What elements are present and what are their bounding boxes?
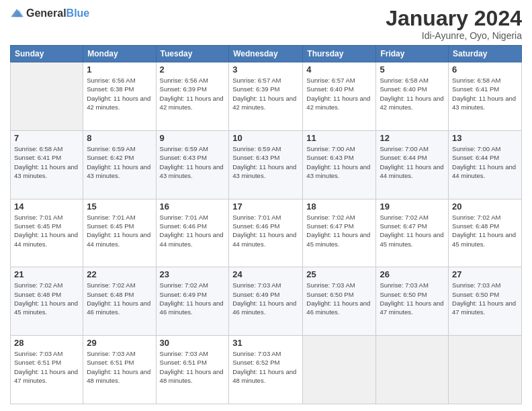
day-cell: 31Sunrise: 7:03 AM Sunset: 6:52 PM Dayli… xyxy=(229,336,303,404)
day-info: Sunrise: 7:02 AM Sunset: 6:48 PM Dayligh… xyxy=(87,281,152,316)
day-cell: 10Sunrise: 6:59 AM Sunset: 6:43 PM Dayli… xyxy=(229,130,303,199)
day-number: 6 xyxy=(452,64,518,75)
day-cell: 4Sunrise: 6:57 AM Sunset: 6:40 PM Daylig… xyxy=(303,62,376,131)
day-cell: 5Sunrise: 6:58 AM Sunset: 6:40 PM Daylig… xyxy=(376,62,449,131)
day-number: 16 xyxy=(160,201,226,212)
day-number: 4 xyxy=(306,64,372,75)
day-info: Sunrise: 6:56 AM Sunset: 6:39 PM Dayligh… xyxy=(160,76,226,111)
day-info: Sunrise: 7:02 AM Sunset: 6:49 PM Dayligh… xyxy=(160,281,226,316)
day-cell: 23Sunrise: 7:02 AM Sunset: 6:49 PM Dayli… xyxy=(156,267,229,336)
day-number: 30 xyxy=(160,338,226,348)
day-info: Sunrise: 6:58 AM Sunset: 6:41 PM Dayligh… xyxy=(14,144,79,180)
day-number: 21 xyxy=(14,269,79,279)
day-cell: 8Sunrise: 6:59 AM Sunset: 6:42 PM Daylig… xyxy=(83,130,156,199)
col-header-friday: Friday xyxy=(376,46,449,62)
day-cell xyxy=(376,336,449,404)
week-row-3: 14Sunrise: 7:01 AM Sunset: 6:45 PM Dayli… xyxy=(11,199,522,267)
day-cell: 27Sunrise: 7:03 AM Sunset: 6:50 PM Dayli… xyxy=(449,267,522,336)
day-info: Sunrise: 7:00 AM Sunset: 6:43 PM Dayligh… xyxy=(306,144,372,180)
day-cell: 15Sunrise: 7:01 AM Sunset: 6:45 PM Dayli… xyxy=(83,199,156,267)
day-info: Sunrise: 7:01 AM Sunset: 6:45 PM Dayligh… xyxy=(14,213,79,248)
day-info: Sunrise: 7:02 AM Sunset: 6:48 PM Dayligh… xyxy=(14,281,79,316)
day-cell: 25Sunrise: 7:03 AM Sunset: 6:50 PM Dayli… xyxy=(303,267,376,336)
day-number: 8 xyxy=(87,133,152,143)
day-number: 2 xyxy=(160,64,226,75)
logo-icon xyxy=(10,7,24,20)
day-number: 14 xyxy=(14,201,79,212)
week-row-1: 1Sunrise: 6:56 AM Sunset: 6:38 PM Daylig… xyxy=(11,62,522,131)
col-header-monday: Monday xyxy=(83,46,156,62)
day-info: Sunrise: 7:02 AM Sunset: 6:47 PM Dayligh… xyxy=(380,213,445,248)
logo-text: GeneralBlue xyxy=(26,7,89,19)
day-number: 29 xyxy=(87,338,152,348)
day-info: Sunrise: 6:58 AM Sunset: 6:41 PM Dayligh… xyxy=(452,76,518,111)
day-number: 23 xyxy=(160,269,226,279)
day-cell: 24Sunrise: 7:03 AM Sunset: 6:49 PM Dayli… xyxy=(229,267,303,336)
day-number: 15 xyxy=(87,201,152,212)
day-info: Sunrise: 7:03 AM Sunset: 6:51 PM Dayligh… xyxy=(160,349,226,385)
logo: GeneralBlue xyxy=(10,7,89,20)
col-header-sunday: Sunday xyxy=(11,46,83,62)
header-row: SundayMondayTuesdayWednesdayThursdayFrid… xyxy=(11,46,522,62)
day-number: 9 xyxy=(160,133,226,143)
day-cell: 28Sunrise: 7:03 AM Sunset: 6:51 PM Dayli… xyxy=(11,336,83,404)
day-cell: 11Sunrise: 7:00 AM Sunset: 6:43 PM Dayli… xyxy=(303,130,376,199)
day-number: 22 xyxy=(87,269,152,279)
day-cell xyxy=(11,62,83,131)
day-number: 31 xyxy=(232,338,299,348)
day-info: Sunrise: 7:01 AM Sunset: 6:46 PM Dayligh… xyxy=(232,213,299,248)
day-number: 12 xyxy=(380,133,445,143)
day-number: 27 xyxy=(452,269,518,279)
day-cell: 22Sunrise: 7:02 AM Sunset: 6:48 PM Dayli… xyxy=(83,267,156,336)
day-cell: 26Sunrise: 7:03 AM Sunset: 6:50 PM Dayli… xyxy=(376,267,449,336)
day-info: Sunrise: 6:59 AM Sunset: 6:42 PM Dayligh… xyxy=(87,144,152,180)
day-number: 20 xyxy=(452,201,518,212)
day-info: Sunrise: 6:58 AM Sunset: 6:40 PM Dayligh… xyxy=(380,76,445,111)
day-info: Sunrise: 7:03 AM Sunset: 6:51 PM Dayligh… xyxy=(14,349,79,385)
day-number: 24 xyxy=(232,269,299,279)
day-cell: 14Sunrise: 7:01 AM Sunset: 6:45 PM Dayli… xyxy=(11,199,83,267)
day-cell: 1Sunrise: 6:56 AM Sunset: 6:38 PM Daylig… xyxy=(83,62,156,131)
calendar-table: SundayMondayTuesdayWednesdayThursdayFrid… xyxy=(10,45,522,404)
day-info: Sunrise: 7:01 AM Sunset: 6:46 PM Dayligh… xyxy=(160,213,226,248)
day-cell: 16Sunrise: 7:01 AM Sunset: 6:46 PM Dayli… xyxy=(156,199,229,267)
day-number: 28 xyxy=(14,338,79,348)
day-info: Sunrise: 7:03 AM Sunset: 6:50 PM Dayligh… xyxy=(306,281,372,316)
day-info: Sunrise: 7:03 AM Sunset: 6:51 PM Dayligh… xyxy=(87,349,152,385)
day-cell: 6Sunrise: 6:58 AM Sunset: 6:41 PM Daylig… xyxy=(449,62,522,131)
day-info: Sunrise: 7:02 AM Sunset: 6:48 PM Dayligh… xyxy=(452,213,518,248)
day-info: Sunrise: 7:03 AM Sunset: 6:50 PM Dayligh… xyxy=(452,281,518,316)
day-number: 17 xyxy=(232,201,299,212)
page: GeneralBlue January 2024 Idi-Ayunre, Oyo… xyxy=(0,0,532,411)
week-row-4: 21Sunrise: 7:02 AM Sunset: 6:48 PM Dayli… xyxy=(11,267,522,336)
col-header-saturday: Saturday xyxy=(449,46,522,62)
col-header-wednesday: Wednesday xyxy=(229,46,303,62)
day-number: 10 xyxy=(232,133,299,143)
title-area: January 2024 Idi-Ayunre, Oyo, Nigeria xyxy=(386,7,522,41)
header: GeneralBlue January 2024 Idi-Ayunre, Oyo… xyxy=(10,7,522,41)
day-info: Sunrise: 6:56 AM Sunset: 6:38 PM Dayligh… xyxy=(87,76,152,111)
day-cell: 3Sunrise: 6:57 AM Sunset: 6:39 PM Daylig… xyxy=(229,62,303,131)
day-number: 5 xyxy=(380,64,445,75)
day-number: 18 xyxy=(306,201,372,212)
day-cell: 20Sunrise: 7:02 AM Sunset: 6:48 PM Dayli… xyxy=(449,199,522,267)
day-cell: 19Sunrise: 7:02 AM Sunset: 6:47 PM Dayli… xyxy=(376,199,449,267)
day-cell: 2Sunrise: 6:56 AM Sunset: 6:39 PM Daylig… xyxy=(156,62,229,131)
day-info: Sunrise: 6:59 AM Sunset: 6:43 PM Dayligh… xyxy=(160,144,226,180)
day-number: 11 xyxy=(306,133,372,143)
logo-blue: Blue xyxy=(66,7,90,19)
day-cell: 21Sunrise: 7:02 AM Sunset: 6:48 PM Dayli… xyxy=(11,267,83,336)
day-number: 25 xyxy=(306,269,372,279)
day-info: Sunrise: 7:00 AM Sunset: 6:44 PM Dayligh… xyxy=(380,144,445,180)
day-cell: 17Sunrise: 7:01 AM Sunset: 6:46 PM Dayli… xyxy=(229,199,303,267)
day-cell: 12Sunrise: 7:00 AM Sunset: 6:44 PM Dayli… xyxy=(376,130,449,199)
day-cell: 9Sunrise: 6:59 AM Sunset: 6:43 PM Daylig… xyxy=(156,130,229,199)
day-cell: 30Sunrise: 7:03 AM Sunset: 6:51 PM Dayli… xyxy=(156,336,229,404)
day-cell: 13Sunrise: 7:00 AM Sunset: 6:44 PM Dayli… xyxy=(449,130,522,199)
day-cell: 18Sunrise: 7:02 AM Sunset: 6:47 PM Dayli… xyxy=(303,199,376,267)
week-row-5: 28Sunrise: 7:03 AM Sunset: 6:51 PM Dayli… xyxy=(11,336,522,404)
day-number: 13 xyxy=(452,133,518,143)
day-number: 19 xyxy=(380,201,445,212)
day-info: Sunrise: 7:01 AM Sunset: 6:45 PM Dayligh… xyxy=(87,213,152,248)
week-row-2: 7Sunrise: 6:58 AM Sunset: 6:41 PM Daylig… xyxy=(11,130,522,199)
